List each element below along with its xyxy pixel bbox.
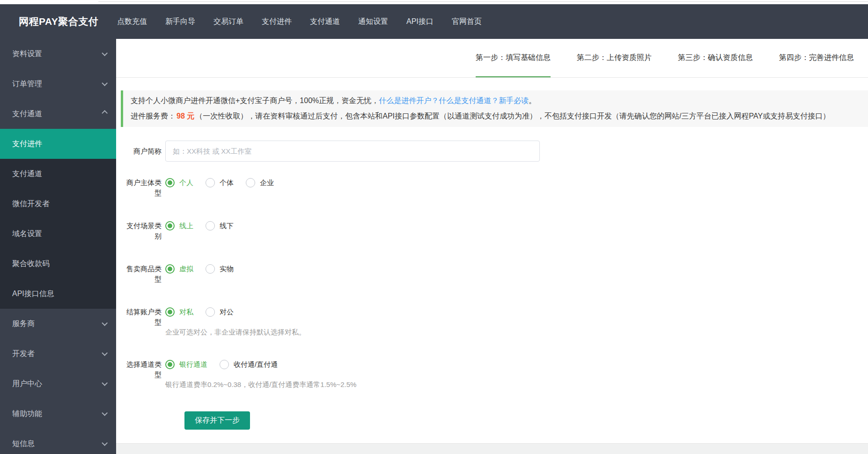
topnav-item[interactable]: 支付通道 xyxy=(310,17,340,27)
topnav-item[interactable]: 新手向导 xyxy=(165,17,195,27)
radio-option[interactable]: 虚拟 xyxy=(165,264,193,274)
radio-icon xyxy=(220,360,229,369)
topnav-item[interactable]: 支付进件 xyxy=(262,17,292,27)
chevron-down-icon xyxy=(102,410,108,416)
topnav-item[interactable]: API接口 xyxy=(406,17,434,27)
sidebar-item[interactable]: 支付通道 xyxy=(0,99,116,129)
chevron-down-icon xyxy=(102,50,108,56)
radio-option[interactable]: 银行通道 xyxy=(165,360,207,369)
sidebar-item[interactable]: 辅助功能 xyxy=(0,399,116,429)
radio-option-label: 线下 xyxy=(220,222,234,231)
page-footer-strip xyxy=(116,443,868,454)
topnav-item[interactable]: 通知设置 xyxy=(358,17,388,27)
radio-option-label: 个体 xyxy=(220,179,234,187)
field-control: 虚拟实物 xyxy=(165,263,246,284)
sidebar-item[interactable]: 用户中心 xyxy=(0,369,116,399)
sidebar-subitem[interactable]: 支付通道 xyxy=(0,159,116,189)
sidebar-item[interactable]: 开发者 xyxy=(0,339,116,369)
field-label: 结算账户类型 xyxy=(125,306,162,337)
radio-option-label: 收付通/直付通 xyxy=(234,360,278,369)
sidebar-item-label: 订单管理 xyxy=(12,79,42,89)
sidebar-item[interactable]: 服务商 xyxy=(0,309,116,339)
sidebar-subitem[interactable]: API接口信息 xyxy=(0,279,116,309)
radio-option[interactable]: 企业 xyxy=(246,178,274,187)
radio-group: 虚拟实物 xyxy=(165,263,246,275)
field-control xyxy=(165,141,540,162)
help-link-beginner-guide[interactable]: 新手必读 xyxy=(499,97,529,104)
notice-banner: 支持个人小微商户进件开通微信+支付宝子商户号，100%正规，资金无忧，什么是进件… xyxy=(121,90,868,127)
radio-option[interactable]: 收付通/直付通 xyxy=(220,360,278,369)
chevron-down-icon xyxy=(102,350,108,356)
chevron-down-icon xyxy=(102,320,108,326)
sidebar-item-label: 用户中心 xyxy=(12,379,42,389)
field-label: 选择通道类型 xyxy=(125,359,162,389)
form-row: 支付场景类别线上线下 xyxy=(116,220,868,241)
field-hint: 银行通道费率0.2%~0.38，收付通/直付通费率通常1.5%~2.5% xyxy=(165,380,356,389)
radio-option-label: 实物 xyxy=(220,265,234,274)
help-link-what-is-onboarding[interactable]: 什么是进件开户？ xyxy=(379,97,439,104)
form-row: 商户简称 xyxy=(116,141,868,162)
radio-icon xyxy=(165,178,175,187)
help-link-what-is-channel[interactable]: 什么是支付通道？ xyxy=(439,97,499,104)
chevron-down-icon xyxy=(102,440,108,446)
radio-option[interactable]: 对公 xyxy=(206,307,234,317)
submit-row: 保存并下一步 xyxy=(184,411,868,430)
step-tab[interactable]: 第一步：填写基础信息 xyxy=(476,39,551,77)
browser-top-strip xyxy=(0,0,868,4)
onboarding-form: 商户简称商户主体类型个人个体企业支付场景类别线上线下售卖商品类型虚拟实物结算账户… xyxy=(116,141,868,389)
radio-option-label: 对私 xyxy=(179,308,193,317)
form-row: 选择通道类型银行通道收付通/直付通银行通道费率0.2%~0.38，收付通/直付通… xyxy=(116,359,868,389)
step-tab[interactable]: 第三步：确认资质信息 xyxy=(678,39,753,77)
step-tab[interactable]: 第四步：完善进件信息 xyxy=(779,39,854,77)
save-and-next-button[interactable]: 保存并下一步 xyxy=(184,411,250,430)
radio-option[interactable]: 实物 xyxy=(206,264,234,274)
sidebar-subitem[interactable]: 域名设置 xyxy=(0,219,116,249)
radio-option[interactable]: 对私 xyxy=(165,307,193,317)
radio-icon xyxy=(165,264,175,274)
notice-line-2: 进件服务费：98 元（一次性收取），请在资料审核通过后支付，包含本站和API接口… xyxy=(131,108,868,124)
step-tab[interactable]: 第二步：上传资质照片 xyxy=(577,39,652,77)
topbar: 网程PAY聚合支付 点数充值新手向导交易订单支付进件支付通道通知设置API接口官… xyxy=(0,4,868,39)
radio-icon xyxy=(206,264,215,274)
sidebar-item[interactable]: 短信息 xyxy=(0,429,116,454)
sidebar-subitem[interactable]: 微信开发者 xyxy=(0,189,116,219)
radio-icon xyxy=(165,307,175,317)
field-control: 银行通道收付通/直付通银行通道费率0.2%~0.38，收付通/直付通费率通常1.… xyxy=(165,359,356,389)
merchant-name-input[interactable] xyxy=(165,141,540,162)
field-label: 售卖商品类型 xyxy=(125,263,162,284)
radio-option[interactable]: 个体 xyxy=(206,178,234,187)
sidebar-subitem[interactable]: 支付进件 xyxy=(0,129,116,159)
sidebar-item-label: 辅助功能 xyxy=(12,409,42,419)
field-label: 商户主体类型 xyxy=(125,177,162,198)
sidebar: 资料设置订单管理支付通道支付进件支付通道微信开发者域名设置聚合收款码API接口信… xyxy=(0,39,116,454)
radio-option[interactable]: 线下 xyxy=(206,221,234,231)
field-control: 个人个体企业 xyxy=(165,177,286,198)
sidebar-item-label: 开发者 xyxy=(12,349,35,359)
notice-text-1: 支持个人小微商户进件开通微信+支付宝子商户号，100%正规，资金无忧， xyxy=(131,97,379,104)
sidebar-item-label: 服务商 xyxy=(12,319,35,329)
sidebar-item-label: 支付通道 xyxy=(12,109,42,119)
radio-option[interactable]: 线上 xyxy=(165,221,193,231)
topnav-item[interactable]: 点数充值 xyxy=(117,17,147,27)
radio-option[interactable]: 个人 xyxy=(165,178,193,187)
sidebar-submenu: 支付进件支付通道微信开发者域名设置聚合收款码API接口信息 xyxy=(0,129,116,309)
radio-icon xyxy=(206,178,215,187)
field-control: 线上线下 xyxy=(165,220,246,241)
topnav-item[interactable]: 交易订单 xyxy=(213,17,243,27)
field-label: 支付场景类别 xyxy=(125,220,162,241)
radio-option-label: 企业 xyxy=(260,179,274,187)
notice-text-1-suffix: 。 xyxy=(529,97,536,104)
sidebar-item[interactable]: 资料设置 xyxy=(0,39,116,69)
radio-icon xyxy=(165,360,175,369)
radio-option-label: 银行通道 xyxy=(179,360,207,369)
form-row: 结算账户类型对私对公企业可选对公，非企业请保持默认选择对私。 xyxy=(116,306,868,337)
steps-header: 第一步：填写基础信息第二步：上传资质照片第三步：确认资质信息第四步：完善进件信息 xyxy=(116,39,868,78)
notice-line-1: 支持个人小微商户进件开通微信+支付宝子商户号，100%正规，资金无忧，什么是进件… xyxy=(131,93,868,108)
app-logo: 网程PAY聚合支付 xyxy=(0,15,116,28)
radio-group: 个人个体企业 xyxy=(165,177,286,188)
radio-option-label: 对公 xyxy=(220,308,234,317)
sidebar-item[interactable]: 订单管理 xyxy=(0,69,116,99)
topnav-item[interactable]: 官网首页 xyxy=(452,17,482,27)
service-fee-price: 98 元 xyxy=(176,112,195,120)
sidebar-subitem[interactable]: 聚合收款码 xyxy=(0,249,116,279)
